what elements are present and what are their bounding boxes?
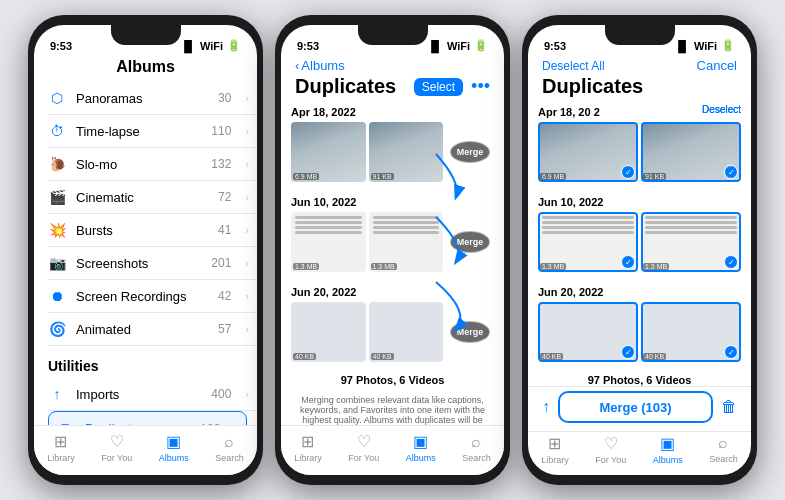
- notch: [111, 25, 181, 45]
- phone-2-screen: 9:53 ▐▌ WiFi 🔋 ‹ Albums Duplicates Selec…: [281, 25, 504, 475]
- album-item-imports[interactable]: ↑ Imports 400 ›: [48, 378, 257, 411]
- time-1: 9:53: [50, 40, 72, 52]
- album-item-panoramas[interactable]: ⬡ Panoramas 30 ›: [48, 82, 257, 115]
- dup-photo-1[interactable]: 6.9 MB: [291, 122, 366, 182]
- dup-photos-jun10-3: 1.3 MB ✓ 1.3 MB ✓: [538, 212, 741, 272]
- phone-3: 9:53 ▐▌ WiFi 🔋 Deselect All Cancel Dupli…: [522, 15, 757, 485]
- nav-bar-1: Albums: [34, 56, 257, 82]
- dup-photos-jun20: 40 KB 40 KB Merge: [291, 302, 494, 362]
- album-item-screenrecordings[interactable]: ⏺ Screen Recordings 42 ›: [48, 280, 257, 313]
- dup-sel-photo-3[interactable]: 1.3 MB ✓: [538, 212, 638, 272]
- imports-icon: ↑: [48, 386, 66, 402]
- deselect-all-button[interactable]: Deselect All: [542, 59, 605, 73]
- dup-sel-photo-6[interactable]: 40 KB ✓: [641, 302, 741, 362]
- dup-photos-apr: 6.9 MB 91 KB Merge: [291, 122, 494, 182]
- album-item-screenshots[interactable]: 📷 Screenshots 201 ›: [48, 247, 257, 280]
- dup-sel-photo-5[interactable]: 40 KB ✓: [538, 302, 638, 362]
- bottom-merge-area: ↑ Merge (103) 🗑: [528, 386, 751, 431]
- photo-count-3: 97 Photos, 6 Videos: [528, 374, 751, 386]
- tab-bar-2: ⊞ Library ♡ For You ▣ Albums ⌕ Search: [281, 425, 504, 475]
- tab-bar-3: ⊞ Library ♡ For You ▣ Albums ⌕ Search: [528, 431, 751, 475]
- more-button[interactable]: •••: [471, 76, 490, 97]
- time-3: 9:53: [544, 40, 566, 52]
- screenshots-icon: 📷: [48, 255, 66, 271]
- time-2: 9:53: [297, 40, 319, 52]
- album-list: ⬡ Panoramas 30 › ⏱ Time-lapse 110 › 🐌 Sl…: [34, 82, 257, 425]
- status-icons-2: ▐▌ WiFi 🔋: [427, 39, 488, 52]
- phone-2: 9:53 ▐▌ WiFi 🔋 ‹ Albums Duplicates Selec…: [275, 15, 510, 485]
- nav-bar-2: ‹ Albums Duplicates Select •••: [281, 56, 504, 102]
- albums-title: Albums: [116, 58, 175, 75]
- bursts-icon: 💥: [48, 222, 66, 238]
- dup-sel-photo-1[interactable]: 6.9 MB ✓: [538, 122, 638, 182]
- album-item-bursts[interactable]: 💥 Bursts 41 ›: [48, 214, 257, 247]
- trash-icon[interactable]: 🗑: [721, 398, 737, 416]
- dup-content-3: Apr 18, 20 2 Deselect 6.9 MB ✓ 91 KB ✓: [528, 102, 751, 386]
- dup-title-3: Duplicates: [542, 75, 643, 97]
- duplicates-icon: ⧉: [57, 420, 75, 425]
- dup-group-jun20-3: Jun 20, 2022 Deselect 40 KB ✓ 40 KB ✓: [528, 282, 751, 366]
- status-icons-3: ▐▌ WiFi 🔋: [674, 39, 735, 52]
- merge-big-button[interactable]: Merge (103): [558, 391, 713, 423]
- tab-search-2[interactable]: ⌕ Search: [462, 433, 491, 463]
- dup-content-2: Apr 18, 2022 6.9 MB 91 KB Merge Jun 10, …: [281, 102, 504, 425]
- dup-sel-photo-2[interactable]: 91 KB ✓: [641, 122, 741, 182]
- phone-1: 9:53 ▐▌ WiFi 🔋 Albums ⬡ Panoramas 30 › ⏱: [28, 15, 263, 485]
- tab-albums-2[interactable]: ▣ Albums: [406, 432, 436, 463]
- dup-title-2: Duplicates: [295, 75, 396, 98]
- cancel-button[interactable]: Cancel: [697, 58, 737, 73]
- dup-sel-photo-4[interactable]: 1.3 MB ✓: [641, 212, 741, 272]
- tab-foryou-2[interactable]: ♡ For You: [348, 432, 379, 463]
- back-button-2[interactable]: ‹ Albums: [295, 58, 490, 73]
- timelapse-icon: ⏱: [48, 123, 66, 139]
- album-item-slomo[interactable]: 🐌 Slo-mo 132 ›: [48, 148, 257, 181]
- status-icons-1: ▐▌ WiFi 🔋: [180, 39, 241, 52]
- tab-library-2[interactable]: ⊞ Library: [294, 432, 322, 463]
- tab-foryou-1[interactable]: ♡ For You: [101, 432, 132, 463]
- footer-text-2: Merging combines relevant data like capt…: [281, 389, 504, 425]
- album-item-animated[interactable]: 🌀 Animated 57 ›: [48, 313, 257, 346]
- tab-library-3[interactable]: ⊞ Library: [541, 434, 569, 465]
- deselect-btn-jun20[interactable]: Deselect: [702, 104, 741, 115]
- notch-3: [605, 25, 675, 45]
- dup-photo-4[interactable]: 1.3 MB: [369, 212, 444, 272]
- nav-bar-3: Deselect All Cancel Duplicates: [528, 56, 751, 102]
- tab-bar-1: ⊞ Library ♡ For You ▣ Albums ⌕ Search: [34, 425, 257, 475]
- dup-photo-5[interactable]: 40 KB: [291, 302, 366, 362]
- animated-icon: 🌀: [48, 321, 66, 337]
- album-item-duplicates[interactable]: ⧉ Duplicates 103 ›: [48, 411, 247, 425]
- cinematic-icon: 🎬: [48, 189, 66, 205]
- dup-group-apr: Apr 18, 2022 6.9 MB 91 KB Merge: [281, 102, 504, 186]
- dup-group-jun10: Jun 10, 2022 1.3 MB 1.3 MB Merge: [281, 192, 504, 276]
- tab-library-1[interactable]: ⊞ Library: [47, 432, 75, 463]
- utilities-header: Utilities: [48, 346, 257, 378]
- dup-photo-2[interactable]: 91 KB: [369, 122, 444, 182]
- select-button[interactable]: Select: [414, 78, 463, 96]
- phone-3-screen: 9:53 ▐▌ WiFi 🔋 Deselect All Cancel Dupli…: [528, 25, 751, 475]
- merge-btn-jun20[interactable]: Merge: [450, 321, 491, 343]
- dup-photo-3[interactable]: 1.3 MB: [291, 212, 366, 272]
- tab-albums-1[interactable]: ▣ Albums: [159, 432, 189, 463]
- dup-photo-6[interactable]: 40 KB: [369, 302, 444, 362]
- album-item-cinematic[interactable]: 🎬 Cinematic 72 ›: [48, 181, 257, 214]
- album-item-timelapse[interactable]: ⏱ Time-lapse 110 ›: [48, 115, 257, 148]
- screenrecordings-icon: ⏺: [48, 288, 66, 304]
- tab-search-1[interactable]: ⌕ Search: [215, 433, 244, 463]
- dup-group-jun10-3: Jun 10, 2022 Deselect 1.3 MB ✓ 1.3 MB ✓: [528, 192, 751, 276]
- share-icon[interactable]: ↑: [542, 398, 550, 416]
- tab-albums-3[interactable]: ▣ Albums: [653, 434, 683, 465]
- photo-count-2: 97 Photos, 6 Videos: [281, 374, 504, 386]
- phone-1-screen: 9:53 ▐▌ WiFi 🔋 Albums ⬡ Panoramas 30 › ⏱: [34, 25, 257, 475]
- merge-btn-jun10[interactable]: Merge: [450, 231, 491, 253]
- albums-list-content: ⬡ Panoramas 30 › ⏱ Time-lapse 110 › 🐌 Sl…: [34, 82, 257, 425]
- dup-photos-jun10: 1.3 MB 1.3 MB Merge: [291, 212, 494, 272]
- bottom-toolbar-3: ↑ Merge (103) 🗑: [528, 386, 751, 431]
- dup-photos-jun20-3: 40 KB ✓ 40 KB ✓: [538, 302, 741, 362]
- dup-group-jun20: Jun 20, 2022 40 KB 40 KB Merge: [281, 282, 504, 366]
- tab-foryou-3[interactable]: ♡ For You: [595, 434, 626, 465]
- slomo-icon: 🐌: [48, 156, 66, 172]
- tab-search-3[interactable]: ⌕ Search: [709, 434, 738, 465]
- merge-btn-apr[interactable]: Merge: [450, 141, 491, 163]
- panoramas-icon: ⬡: [48, 90, 66, 106]
- dup-photos-apr-3: 6.9 MB ✓ 91 KB ✓: [538, 122, 741, 182]
